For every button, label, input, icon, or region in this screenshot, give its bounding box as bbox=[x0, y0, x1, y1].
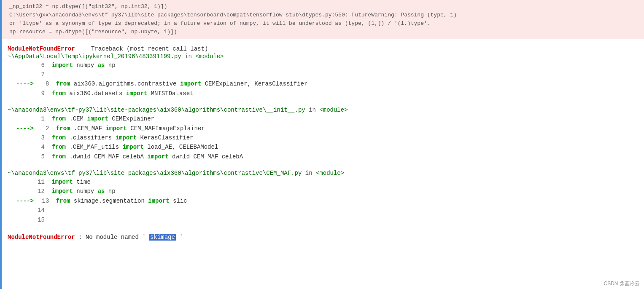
traceback-section-2: ~\anaconda3\envs\tf-py37\lib\site-packag… bbox=[0, 104, 644, 164]
module-ref-2: <module> bbox=[319, 107, 348, 113]
code-block-3: 11 import time 12 import numpy as np ---… bbox=[8, 177, 636, 225]
final-error-end: ' bbox=[179, 234, 183, 241]
in-label-2: in bbox=[309, 107, 319, 113]
code-block-2: 1 from .CEM import CEMExplainer ----> 2 … bbox=[8, 113, 636, 162]
final-error-section: ModuleNotFoundError : No module named ' … bbox=[0, 230, 644, 242]
tb1-line4: 9 from aix360.datasets import MNISTDatas… bbox=[8, 89, 636, 98]
tb2-line4: 4 from .CEM_MAF_utils import load_AE, CE… bbox=[8, 142, 636, 152]
file-path-line-2: ~\anaconda3\envs\tf-py37\lib\site-packag… bbox=[8, 107, 636, 113]
code-block-1: 6 import numpy as np 7 ----> 8 from aix3… bbox=[8, 60, 636, 99]
final-error-message: : No module named ' bbox=[78, 234, 146, 241]
tb3-line1: 11 import time bbox=[8, 177, 636, 187]
traceback-label-1: Traceback (most recent call last) bbox=[91, 45, 208, 52]
divider-container bbox=[0, 39, 644, 44]
tb3-line2: 12 import numpy as np bbox=[8, 187, 636, 196]
left-accent-bar bbox=[0, 0, 2, 289]
main-container: _np_qint32 = np.dtype([("qint32", np.int… bbox=[0, 0, 644, 289]
error-header-1: ModuleNotFoundError Traceback (most rece… bbox=[8, 45, 636, 52]
watermark: CSDN @蓝冷云 bbox=[604, 280, 640, 287]
tb1-line2: 7 bbox=[8, 70, 636, 79]
file-path-2: ~\anaconda3\envs\tf-py37\lib\site-packag… bbox=[8, 107, 305, 113]
tb1-line1: 6 import numpy as np bbox=[8, 61, 636, 70]
warning-line3: or '1type' as a synonym of type is depre… bbox=[9, 19, 636, 28]
file-path-3: ~\anaconda3\envs\tf-py37\lib\site-packag… bbox=[8, 170, 302, 177]
tb2-line1: 1 from .CEM import CEMExplainer bbox=[8, 114, 636, 123]
module-ref-3: <module> bbox=[316, 170, 344, 177]
warning-line4: np_resource = np.dtype([("resource", np.… bbox=[9, 28, 636, 36]
tb3-line3: ----> 13 from skimage.segmentation impor… bbox=[8, 196, 636, 206]
highlighted-module: skimage bbox=[149, 234, 176, 241]
final-error-label: ModuleNotFoundError bbox=[8, 234, 75, 241]
module-ref-1: <module> bbox=[195, 53, 224, 60]
tb3-line5: 15 bbox=[8, 215, 636, 225]
file-path-line-1: ~\AppData\Local\Temp\ipykernel_20196\483… bbox=[8, 53, 636, 60]
traceback-section-3: ~\anaconda3\envs\tf-py37\lib\site-packag… bbox=[0, 167, 644, 227]
file-path-1: ~\AppData\Local\Temp\ipykernel_20196\483… bbox=[8, 53, 181, 60]
tb2-line2: ----> 2 from .CEM_MAF import CEM_MAFImag… bbox=[8, 124, 636, 133]
tb3-line4: 14 bbox=[8, 206, 636, 215]
traceback-section-1: ModuleNotFoundError Traceback (most rece… bbox=[0, 44, 644, 101]
warning-line2: C:\Users\gxx\anaconda3\envs\tf-py37\lib\… bbox=[9, 11, 636, 19]
file-path-line-3: ~\anaconda3\envs\tf-py37\lib\site-packag… bbox=[8, 170, 636, 177]
error-title-1: ModuleNotFoundError bbox=[8, 45, 75, 52]
in-label-3: in bbox=[305, 170, 316, 177]
tb2-line5: 5 from .dwnld_CEM_MAF_celebA import dwnl… bbox=[8, 152, 636, 161]
tb1-line3: ----> 8 from aix360.algorithms.contrasti… bbox=[8, 79, 636, 88]
warning-block: _np_qint32 = np.dtype([("qint32", np.int… bbox=[0, 0, 644, 39]
in-label-1: in bbox=[185, 53, 195, 60]
tb2-line3: 3 from .classifiers import KerasClassifi… bbox=[8, 133, 636, 142]
divider-line bbox=[8, 42, 636, 42]
warning-line1: _np_qint32 = np.dtype([("qint32", np.int… bbox=[9, 3, 636, 11]
